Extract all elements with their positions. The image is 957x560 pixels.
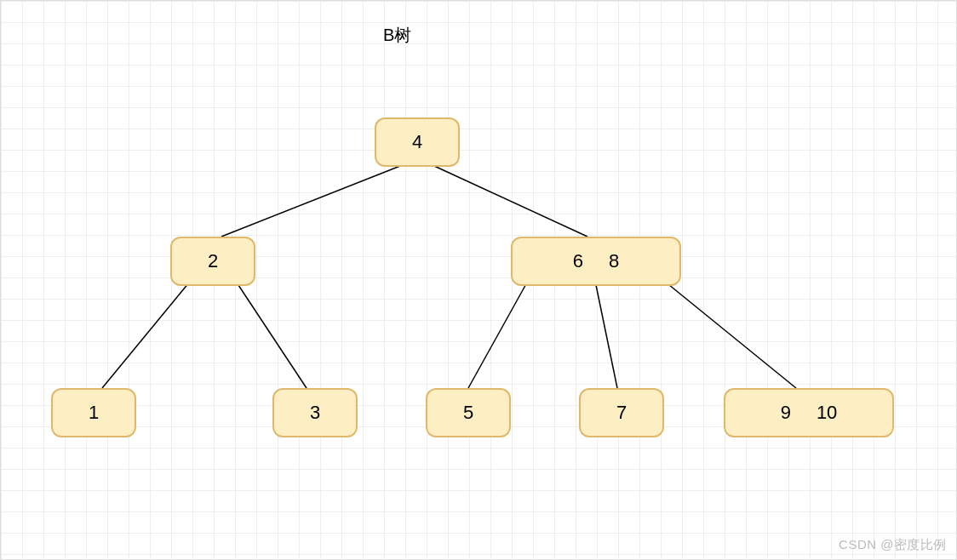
node-key: 6 bbox=[573, 250, 583, 272]
node-2: 2 bbox=[170, 237, 255, 286]
node-5: 5 bbox=[426, 388, 511, 437]
node-key: 8 bbox=[609, 250, 619, 272]
grid-background bbox=[0, 0, 957, 560]
node-7: 7 bbox=[579, 388, 664, 437]
node-key: 7 bbox=[616, 402, 627, 424]
node-root: 4 bbox=[375, 117, 460, 167]
node-key: 9 bbox=[781, 402, 791, 424]
node-9-10: 9 10 bbox=[724, 388, 894, 437]
node-1: 1 bbox=[51, 388, 136, 437]
watermark: CSDN @密度比例 bbox=[839, 537, 947, 553]
node-key: 3 bbox=[310, 402, 320, 424]
node-key: 10 bbox=[817, 402, 837, 424]
node-key: 5 bbox=[463, 402, 473, 424]
node-key: 4 bbox=[412, 131, 422, 153]
node-key: 2 bbox=[208, 250, 218, 272]
node-3: 3 bbox=[272, 388, 358, 437]
node-6-8: 6 8 bbox=[511, 237, 681, 286]
diagram-title: B树 bbox=[383, 24, 411, 47]
node-key: 1 bbox=[89, 402, 99, 424]
